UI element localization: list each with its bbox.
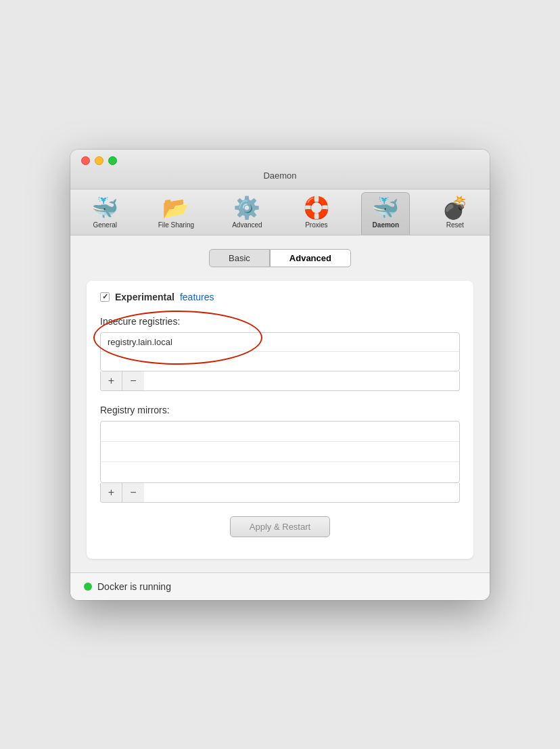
tab-advanced[interactable]: ⚙️ Advanced [223, 193, 271, 234]
tab-reset-label: Reset [446, 221, 464, 229]
mirror-entry-2[interactable] [101, 462, 459, 482]
tab-file-sharing-label: File Sharing [158, 221, 194, 229]
main-window: Daemon 🐳 General 📂 File Sharing ⚙️ Advan… [70, 150, 490, 600]
tab-advanced-label: Advanced [232, 221, 262, 229]
insecure-registries-controls: + − [100, 371, 460, 391]
mirror-entry-0[interactable] [101, 422, 459, 442]
sub-tab-basic[interactable]: Basic [209, 249, 270, 267]
tab-general-label: General [93, 221, 117, 229]
tab-file-sharing[interactable]: 📂 File Sharing [150, 193, 202, 234]
reset-icon: 💣 [442, 197, 469, 219]
status-indicator [84, 583, 92, 591]
settings-panel: Experimental features Insecure registrie… [87, 281, 473, 559]
advanced-icon: ⚙️ [233, 197, 260, 219]
registry-mirrors-controls: + − [100, 483, 460, 503]
experimental-checkbox[interactable] [100, 292, 110, 302]
apply-section: Apply & Restart [100, 516, 460, 537]
features-link[interactable]: features [180, 292, 214, 302]
status-text: Docker is running [97, 581, 171, 592]
tab-reset[interactable]: 💣 Reset [431, 193, 480, 234]
toolbar: 🐳 General 📂 File Sharing ⚙️ Advanced 🛟 P… [70, 189, 490, 235]
tab-proxies[interactable]: 🛟 Proxies [292, 193, 341, 234]
tab-daemon[interactable]: 🐳 Daemon [361, 192, 410, 235]
add-mirror-button[interactable]: + [101, 483, 122, 502]
close-button[interactable] [81, 156, 90, 165]
tab-daemon-label: Daemon [373, 221, 399, 229]
maximize-button[interactable] [108, 156, 117, 165]
experimental-label: Experimental [115, 292, 174, 302]
registry-mirrors-list [100, 421, 460, 483]
file-sharing-icon: 📂 [162, 197, 189, 219]
insecure-registries-section: Insecure registries: registry.lain.local… [100, 316, 460, 391]
registry-mirrors-section: Registry mirrors: + − [100, 405, 460, 503]
sub-tab-advanced[interactable]: Advanced [270, 249, 351, 267]
content-area: Basic Advanced Experimental features Ins… [70, 235, 490, 572]
insecure-registries-list: registry.lain.local [100, 332, 460, 371]
apply-restart-button[interactable]: Apply & Restart [230, 516, 330, 537]
tab-general[interactable]: 🐳 General [80, 193, 129, 234]
general-icon: 🐳 [91, 197, 118, 219]
proxies-icon: 🛟 [303, 197, 330, 219]
window-title: Daemon [81, 171, 479, 181]
registry-entry-1[interactable] [101, 352, 459, 371]
remove-insecure-registry-button[interactable]: − [122, 371, 144, 390]
remove-mirror-button[interactable]: − [122, 483, 144, 502]
sub-tabs: Basic Advanced [87, 249, 473, 267]
tab-proxies-label: Proxies [305, 221, 327, 229]
registry-entry-0[interactable]: registry.lain.local [101, 333, 459, 352]
daemon-icon: 🐳 [372, 197, 399, 219]
mirror-entry-1[interactable] [101, 442, 459, 462]
title-bar: Daemon [70, 150, 490, 189]
add-insecure-registry-button[interactable]: + [101, 371, 122, 390]
registry-mirrors-label: Registry mirrors: [100, 405, 460, 415]
insecure-registries-label: Insecure registries: [100, 316, 460, 327]
status-bar: Docker is running [70, 572, 490, 600]
minimize-button[interactable] [95, 156, 103, 165]
traffic-lights [81, 156, 479, 165]
experimental-row: Experimental features [100, 292, 460, 302]
